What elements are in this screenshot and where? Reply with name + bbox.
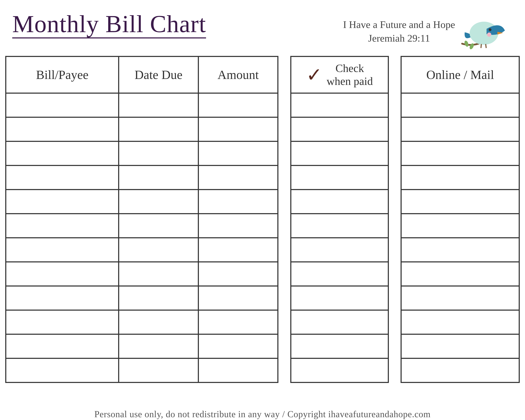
cell-online-mail[interactable] — [401, 238, 519, 262]
cell-online-mail[interactable] — [401, 262, 519, 286]
cell-amount[interactable] — [198, 93, 278, 117]
cell-check[interactable] — [291, 238, 388, 262]
header: Monthly Bill Chart I Have a Future and a… — [5, 7, 520, 56]
scripture-line-2: Jeremiah 29:11 — [343, 31, 455, 45]
cell-online-mail[interactable] — [401, 117, 519, 141]
cell-gap-2 — [388, 141, 401, 166]
cell-online-mail[interactable] — [401, 286, 519, 310]
table-row — [6, 166, 519, 190]
cell-payee[interactable] — [6, 141, 119, 166]
table-row — [6, 334, 519, 358]
cell-gap-1 — [278, 214, 291, 238]
cell-amount[interactable] — [198, 286, 278, 310]
checkmark-icon: ✓ — [306, 65, 322, 84]
cell-check[interactable] — [291, 262, 388, 286]
cell-online-mail[interactable] — [401, 358, 519, 383]
cell-payee[interactable] — [6, 93, 119, 117]
svg-point-1 — [469, 43, 475, 50]
cell-check[interactable] — [291, 141, 388, 166]
cell-date-due[interactable] — [119, 214, 198, 238]
cell-payee[interactable] — [6, 190, 119, 214]
cell-gap-2 — [388, 117, 401, 141]
cell-gap-1 — [278, 166, 291, 190]
cell-check[interactable] — [291, 334, 388, 358]
cell-online-mail[interactable] — [401, 310, 519, 334]
col-header-payee: Bill/Payee — [6, 56, 119, 93]
cell-amount[interactable] — [198, 262, 278, 286]
cell-online-mail[interactable] — [401, 214, 519, 238]
cell-check[interactable] — [291, 93, 388, 117]
cell-online-mail[interactable] — [401, 141, 519, 166]
cell-online-mail[interactable] — [401, 93, 519, 117]
cell-date-due[interactable] — [119, 358, 198, 383]
cell-date-due[interactable] — [119, 334, 198, 358]
cell-payee[interactable] — [6, 166, 119, 190]
cell-gap-1 — [278, 286, 291, 310]
cell-payee[interactable] — [6, 214, 119, 238]
header-right: I Have a Future and a Hope Jeremiah 29:1… — [343, 12, 509, 51]
cell-date-due[interactable] — [119, 310, 198, 334]
cell-check[interactable] — [291, 286, 388, 310]
table-row — [6, 262, 519, 286]
cell-payee[interactable] — [6, 117, 119, 141]
table-row — [6, 190, 519, 214]
cell-online-mail[interactable] — [401, 334, 519, 358]
cell-gap-1 — [278, 117, 291, 141]
cell-date-due[interactable] — [119, 190, 198, 214]
cell-gap-2 — [388, 262, 401, 286]
cell-gap-2 — [388, 238, 401, 262]
table-row — [6, 214, 519, 238]
cell-check[interactable] — [291, 166, 388, 190]
cell-amount[interactable] — [198, 190, 278, 214]
cell-amount[interactable] — [198, 358, 278, 383]
cell-gap-1 — [278, 190, 291, 214]
cell-payee[interactable] — [6, 238, 119, 262]
footer-text: Personal use only, do not redistribute i… — [0, 409, 525, 419]
cell-date-due[interactable] — [119, 141, 198, 166]
cell-amount[interactable] — [198, 166, 278, 190]
cell-payee[interactable] — [6, 262, 119, 286]
svg-point-3 — [489, 28, 491, 31]
cell-payee[interactable] — [6, 358, 119, 383]
scripture-block: I Have a Future and a Hope Jeremiah 29:1… — [343, 18, 455, 45]
cell-date-due[interactable] — [119, 262, 198, 286]
col-header-amount: Amount — [198, 56, 278, 93]
cell-gap-1 — [278, 334, 291, 358]
cell-gap-1 — [278, 310, 291, 334]
cell-payee[interactable] — [6, 286, 119, 310]
cell-date-due[interactable] — [119, 93, 198, 117]
col-header-date-due: Date Due — [119, 56, 198, 93]
cell-gap-2 — [388, 214, 401, 238]
cell-amount[interactable] — [198, 238, 278, 262]
cell-amount[interactable] — [198, 141, 278, 166]
cell-payee[interactable] — [6, 334, 119, 358]
cell-check[interactable] — [291, 117, 388, 141]
cell-check[interactable] — [291, 214, 388, 238]
cell-date-due[interactable] — [119, 117, 198, 141]
scripture-line-1: I Have a Future and a Hope — [343, 18, 455, 31]
page-title: Monthly Bill Chart — [12, 10, 206, 38]
cell-amount[interactable] — [198, 214, 278, 238]
table-row — [6, 358, 519, 383]
cell-payee[interactable] — [6, 310, 119, 334]
table-header-row: Bill/Payee Date Due Amount ✓ Check when … — [6, 56, 519, 93]
cell-check[interactable] — [291, 190, 388, 214]
cell-amount[interactable] — [198, 310, 278, 334]
cell-gap-1 — [278, 141, 291, 166]
cell-check[interactable] — [291, 358, 388, 383]
cell-online-mail[interactable] — [401, 166, 519, 190]
table-row — [6, 310, 519, 334]
svg-line-5 — [481, 44, 481, 48]
cell-gap-1 — [278, 262, 291, 286]
cell-date-due[interactable] — [119, 166, 198, 190]
cell-amount[interactable] — [198, 117, 278, 141]
check-label-line-2: when paid — [327, 75, 373, 87]
col-header-check-when-paid: ✓ Check when paid — [291, 56, 388, 93]
table-row — [6, 286, 519, 310]
cell-check[interactable] — [291, 310, 388, 334]
cell-amount[interactable] — [198, 334, 278, 358]
cell-date-due[interactable] — [119, 286, 198, 310]
cell-online-mail[interactable] — [401, 190, 519, 214]
col-gap-1 — [278, 56, 291, 93]
cell-date-due[interactable] — [119, 238, 198, 262]
